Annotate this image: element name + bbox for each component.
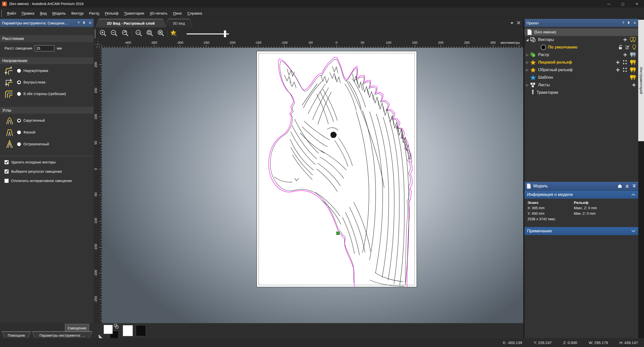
radio-inward[interactable] <box>17 80 21 84</box>
menu-рельеф[interactable]: Рельеф <box>102 11 121 15</box>
tab-close-icon[interactable] <box>517 21 520 25</box>
export-down-icon[interactable] <box>625 184 629 188</box>
toolbox-vertical-tab[interactable]: Инструментарий <box>638 20 644 141</box>
checkbox-disable-interactive[interactable]: Отключить интерактивное смещение <box>5 179 72 183</box>
tab-list-dropdown-icon[interactable] <box>510 22 514 25</box>
zoom-out-icon[interactable] <box>109 28 119 38</box>
menu-справка[interactable]: Справка <box>185 11 205 15</box>
menu-растр[interactable]: Растр <box>86 11 102 15</box>
menu-вид[interactable]: Вид <box>37 11 50 15</box>
add-icon[interactable] <box>623 37 627 42</box>
merge-layer-icon[interactable] <box>625 45 630 50</box>
checkbox-disable-interactive-box[interactable] <box>5 179 9 183</box>
menu-файл[interactable]: Файл <box>4 11 19 15</box>
expand-icon[interactable]: ▷ <box>525 68 530 72</box>
add-icon[interactable] <box>623 53 627 57</box>
grid-plus-icon[interactable] <box>622 60 627 65</box>
tree-row-front-relief[interactable]: ▷ Лицевой рельеф <box>525 59 638 66</box>
model-info-header[interactable]: Информация о модели <box>525 191 638 199</box>
offset-apply-button[interactable]: Смещение <box>65 324 89 332</box>
primary-color-swatch[interactable] <box>104 325 113 334</box>
vector-node-handle[interactable] <box>336 232 340 235</box>
tree-row-vectors[interactable]: ◢ Векторы <box>525 36 638 44</box>
visibility-bulbs-off-icon[interactable] <box>630 52 636 58</box>
panel-close-icon[interactable]: ✕ <box>633 21 636 25</box>
toolbar-grip[interactable] <box>95 29 96 38</box>
tree-row-template[interactable]: Шаблон <box>525 74 638 81</box>
model-page[interactable] <box>257 51 417 287</box>
corner-option-sharp[interactable]: Остроконечный <box>5 140 49 149</box>
export-up-icon[interactable] <box>632 184 636 188</box>
visibility-bulbs-on-icon[interactable] <box>630 67 636 73</box>
zoom-in-icon[interactable] <box>98 28 108 38</box>
chevron-down-icon[interactable] <box>631 230 636 233</box>
visibility-bulbs-on-icon[interactable] <box>630 75 636 80</box>
visibility-bulbs-icon[interactable] <box>630 37 636 42</box>
tree-row-raster[interactable]: ▷ Растр <box>525 51 638 59</box>
direction-option-outward[interactable]: Наружу/справа <box>5 66 48 75</box>
new-model-icon[interactable] <box>618 184 622 188</box>
tree-row-toolpaths[interactable]: Траектории <box>525 89 638 96</box>
add-icon[interactable] <box>616 60 620 65</box>
pin-icon[interactable] <box>627 21 630 25</box>
direction-option-inward[interactable]: Внутрь/слева <box>5 78 45 87</box>
expand-icon[interactable]: ▷ <box>525 53 530 57</box>
zoom-1to1-icon[interactable]: 1:1 <box>134 28 143 38</box>
menu-3d-печать[interactable]: 3D-печать <box>147 11 170 15</box>
radio-outward[interactable] <box>17 69 21 73</box>
direction-option-both[interactable]: В обе стороны (гребешки) <box>5 89 66 98</box>
menu-окно[interactable]: Окно <box>170 11 185 15</box>
notes-header[interactable]: Примечания <box>525 227 638 235</box>
menu-модель[interactable]: Модель <box>50 11 69 15</box>
panel-close-icon[interactable]: ✕ <box>89 21 92 25</box>
swap-colors-icon[interactable] <box>114 324 119 329</box>
lock-open-icon[interactable] <box>618 45 623 50</box>
help-icon[interactable]: ? <box>622 21 624 25</box>
close-button[interactable]: ✕ <box>630 0 644 8</box>
zoom-slider-handle[interactable] <box>224 30 226 37</box>
viewport[interactable] <box>102 48 523 323</box>
radio-sharp[interactable] <box>17 142 21 146</box>
radio-rounded[interactable] <box>17 119 21 122</box>
tab-2d-view[interactable]: 2D Вид - Растровый слой <box>96 19 166 27</box>
corner-option-rounded[interactable]: Скругленный <box>5 116 45 125</box>
zoom-slider-track[interactable] <box>187 33 229 34</box>
corner-option-chamfer[interactable]: Фаской <box>5 128 35 137</box>
tree-row-default-layer[interactable]: По умолчанию <box>525 44 638 51</box>
grid-plus-icon[interactable] <box>622 67 627 72</box>
add-icon[interactable] <box>616 68 620 72</box>
tree-row-project-root[interactable]: (Без имени) <box>525 28 638 36</box>
checkbox-select-result-box[interactable] <box>5 169 9 173</box>
expand-icon[interactable]: ▷ <box>525 83 530 87</box>
zoom-previous-icon[interactable] <box>120 28 130 38</box>
radio-both-sides[interactable] <box>17 92 21 96</box>
expand-icon[interactable]: ◢ <box>525 38 530 41</box>
menu-траектория[interactable]: Траектория <box>121 11 147 15</box>
chevron-up-icon[interactable] <box>631 193 636 196</box>
minimize-button[interactable]: — <box>602 0 616 8</box>
visibility-bulb-icon[interactable] <box>632 45 636 50</box>
menu-вектор[interactable]: Вектор <box>69 11 86 15</box>
zoom-box-icon[interactable] <box>145 28 154 38</box>
checkbox-select-result[interactable]: Выберите результат смещения <box>5 169 62 173</box>
tree-row-sheets[interactable]: ▷ Листы <box>525 81 638 89</box>
expand-icon[interactable]: ▷ <box>525 61 530 64</box>
radio-chamfer[interactable] <box>17 131 21 134</box>
tab-3d-view[interactable]: 3D вид <box>165 19 193 27</box>
menu-правка[interactable]: Правка <box>19 11 37 15</box>
add-icon[interactable] <box>632 83 636 87</box>
pin-icon[interactable] <box>83 21 86 25</box>
model-bar[interactable]: Модель <box>525 182 638 190</box>
palette-black-swatch[interactable] <box>136 325 146 336</box>
zoom-objects-star-icon[interactable] <box>169 28 179 38</box>
tree-row-back-relief[interactable]: ▷ Обратный рельеф <box>525 66 638 74</box>
offset-distance-input[interactable] <box>35 45 54 51</box>
zoom-extents-icon[interactable] <box>156 28 166 38</box>
ruler-corner-crosshair <box>95 41 101 48</box>
checkbox-delete-vectors[interactable]: Удалить исходные векторы <box>5 160 56 164</box>
maximize-button[interactable]: ▢ <box>616 0 630 8</box>
palette-white-swatch[interactable] <box>123 325 133 336</box>
visibility-bulbs-on-icon[interactable] <box>630 60 636 65</box>
checkbox-delete-vectors-box[interactable] <box>5 160 9 164</box>
help-icon[interactable]: ? <box>77 21 79 25</box>
